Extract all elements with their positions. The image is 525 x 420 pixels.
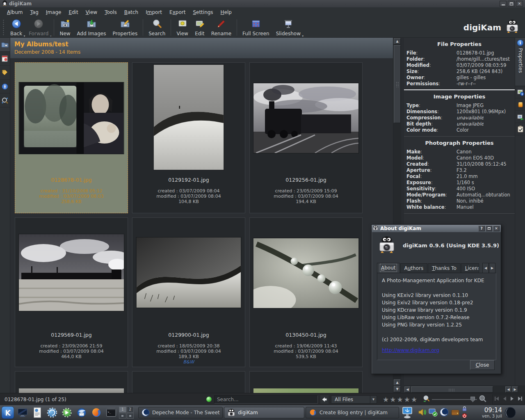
photo-thumbnail[interactable]	[19, 82, 124, 154]
scrollbar-thumb[interactable]	[411, 386, 493, 393]
klipper-lock-tray-icon[interactable]	[462, 406, 467, 413]
clock-applet[interactable]: 09:14 ven, 3 juil	[470, 407, 502, 419]
minimize-button[interactable]	[500, 1, 507, 7]
photo-thumbnail[interactable]	[137, 237, 241, 308]
task-amarok[interactable]: Depeche Mode - The Sweet	[138, 407, 223, 418]
tab-license[interactable]: License Agreement	[461, 263, 479, 273]
next-item-icon[interactable]	[509, 396, 515, 403]
menu-batch[interactable]: Batch	[121, 8, 142, 16]
openoffice-writer-button[interactable]	[30, 406, 44, 419]
clear-search-button[interactable]	[320, 395, 329, 404]
photo-thumbnail[interactable]	[19, 234, 124, 311]
zoom-slider[interactable]	[432, 395, 477, 404]
task-firefox-blog[interactable]: Create Blog entry | digiKam	[306, 407, 399, 418]
photo-thumbnail[interactable]	[253, 83, 358, 153]
panel-horizontal-scrollbar[interactable]: ◀ ◀ ▶	[404, 386, 525, 393]
menu-image[interactable]: Image	[42, 8, 65, 16]
thumbnail-item[interactable]: 0129569-01.jpg created : 23/09/2006 21:5…	[15, 217, 128, 367]
tab-scroll-left-icon[interactable]: ◀	[482, 263, 489, 273]
dates-tab[interactable]	[0, 52, 10, 66]
thumbnail-item[interactable]	[15, 371, 128, 393]
menu-album[interactable]: Album	[3, 8, 26, 16]
properties-tab[interactable]: i Properties	[515, 38, 525, 86]
rating-star[interactable]: ★	[404, 395, 411, 404]
network-monitor-tray-icon[interactable]	[429, 408, 438, 418]
scroll-up-button[interactable]: ▲	[394, 379, 401, 386]
scrollbar-thumb[interactable]	[394, 45, 401, 123]
previous-item-icon[interactable]	[502, 396, 507, 403]
back-button[interactable]: Back▾	[7, 18, 25, 37]
comments-tags-tab[interactable]	[515, 123, 525, 135]
dialog-titlebar[interactable]: About digiKam ? ✕	[372, 225, 501, 232]
rating-star[interactable]: ★	[390, 395, 397, 404]
show-desktop-button[interactable]	[16, 406, 29, 419]
pager-window-cell[interactable]	[119, 413, 126, 419]
volume-tray-icon[interactable]	[418, 408, 427, 418]
tags-tab[interactable]	[0, 66, 10, 80]
zoom-out-icon[interactable]	[423, 395, 430, 404]
slideshow-button[interactable]: Slideshow▾	[273, 18, 304, 37]
rename-button[interactable]: Rename	[208, 18, 235, 37]
amarok-tray-icon[interactable]	[440, 408, 449, 418]
task-digikam[interactable]: digiKam	[224, 407, 304, 418]
geolocation-tab[interactable]	[515, 111, 525, 123]
power-tray-icon[interactable]	[462, 413, 467, 420]
pager-window-cell[interactable]	[127, 413, 134, 419]
konsole-button[interactable]: >_	[104, 406, 118, 419]
menu-edit[interactable]: Edit	[65, 8, 82, 16]
scroll-down-button[interactable]: ▼	[394, 386, 401, 392]
scroll-up-button[interactable]: ▲	[394, 38, 401, 44]
menu-export[interactable]: Export	[166, 8, 189, 16]
tab-about[interactable]: About	[377, 263, 400, 273]
view-button[interactable]: View	[173, 18, 191, 37]
thunderbird-button[interactable]	[75, 406, 88, 419]
pager-desktop-2[interactable]: 2	[127, 406, 134, 413]
usb-device-applet[interactable]	[400, 406, 414, 419]
forward-button[interactable]: Forward▾	[25, 18, 52, 37]
rating-star[interactable]: ★	[383, 395, 390, 404]
thumbnail-item[interactable]	[249, 371, 363, 393]
firefox-button[interactable]	[89, 406, 103, 419]
search-button[interactable]: Search	[145, 18, 169, 37]
menu-help[interactable]: Help	[217, 8, 235, 16]
dialog-maximize-button[interactable]	[486, 226, 492, 231]
konqueror-button[interactable]	[45, 406, 59, 419]
moon-phase-applet[interactable]	[504, 406, 516, 419]
dialog-close-action-button[interactable]: Close	[470, 360, 495, 370]
colors-tab[interactable]	[515, 98, 525, 111]
menu-tools[interactable]: Tools	[101, 8, 121, 16]
menu-view[interactable]: View	[82, 8, 101, 16]
tab-authors[interactable]: Authors	[400, 263, 428, 273]
k-menu-button[interactable]: K	[1, 406, 14, 419]
thumbnail-item[interactable]	[132, 371, 245, 393]
rating-star[interactable]: ★	[411, 395, 418, 404]
rating-star[interactable]: ★	[397, 395, 404, 404]
menu-import[interactable]: Import	[142, 8, 166, 16]
scroll-left-button[interactable]: ◀	[404, 386, 411, 393]
green-gear-app-button[interactable]	[60, 406, 73, 419]
thumbnail-item-selected[interactable]: 0128678-01.jpg created : 31/10/2008 05:1…	[15, 62, 128, 213]
zoom-in-icon[interactable]	[479, 395, 486, 404]
last-item-icon[interactable]	[517, 396, 523, 403]
full-screen-button[interactable]: Full Screen	[239, 18, 273, 37]
tab-scroll-right-icon[interactable]: ▶	[489, 263, 495, 273]
dialog-close-button[interactable]: ✕	[493, 226, 500, 231]
fuzzy-search-tab[interactable]	[0, 94, 10, 107]
albums-tab[interactable]	[0, 38, 10, 52]
new-album-button[interactable]: New	[56, 18, 73, 37]
first-item-icon[interactable]	[494, 396, 500, 403]
thumbnail-item[interactable]: 0129192-01.jpg created : 03/07/2009 08:0…	[132, 62, 245, 213]
metadata-tab[interactable]: i	[515, 86, 525, 98]
scroll-right-button[interactable]: ▶	[512, 386, 518, 393]
photo-thumbnail[interactable]	[253, 238, 359, 308]
add-images-button[interactable]: Add Images	[74, 18, 110, 37]
thumbnail-item[interactable]: 0130450-01.jpg created : 19/06/2009 11:4…	[249, 217, 363, 367]
scroll-left-button[interactable]: ◀	[505, 386, 511, 393]
searches-tab[interactable]	[0, 80, 10, 94]
dialog-help-button[interactable]: ?	[478, 226, 485, 231]
thumbnail-item[interactable]: 0129900-01.jpg created : 18/05/2009 20:3…	[132, 217, 245, 367]
menu-tag[interactable]: Tag	[26, 8, 42, 16]
maximize-button[interactable]	[508, 1, 515, 7]
menu-settings[interactable]: Settings	[189, 8, 217, 16]
file-filter-dropdown[interactable]: All Files ▼	[331, 395, 377, 404]
